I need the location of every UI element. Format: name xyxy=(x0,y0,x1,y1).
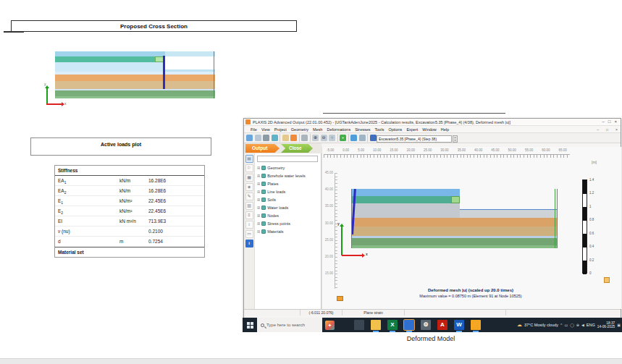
zoom-in-icon[interactable]: ⊕ xyxy=(312,135,319,141)
tray-app-icon[interactable]: ▭ xyxy=(564,323,568,327)
volume-icon[interactable]: ◀ xyxy=(581,323,584,327)
menu-item[interactable]: Stresses xyxy=(355,127,370,132)
menu-item[interactable]: Geometry xyxy=(291,127,308,132)
table-view-icon[interactable]: ▥ xyxy=(245,202,253,210)
expand-icon[interactable]: ⊞ xyxy=(257,221,260,226)
expand-icon[interactable]: ⊞ xyxy=(257,229,260,234)
select-tool-icon[interactable]: ▤ xyxy=(245,155,253,163)
report-icon[interactable] xyxy=(272,135,278,141)
node-view-icon[interactable]: ◈ xyxy=(245,183,253,191)
flag-tool-icon[interactable]: ⚐ xyxy=(245,164,253,172)
excel-icon[interactable]: X xyxy=(387,320,398,330)
maximize-button[interactable]: □ xyxy=(608,119,611,125)
explorer-filter-input[interactable] xyxy=(257,156,318,162)
visibility-icon[interactable] xyxy=(261,174,266,178)
weather-text[interactable]: 37°C Mostly cloudy xyxy=(524,323,558,327)
visibility-icon[interactable] xyxy=(261,206,266,210)
tray-expand-icon[interactable]: ^ xyxy=(560,323,562,327)
add-curve-icon[interactable]: + xyxy=(340,135,346,141)
visibility-icon[interactable] xyxy=(261,166,266,170)
output-canvas[interactable]: -5.000.005.0010.0015.0020.0025.0030.0035… xyxy=(321,147,621,309)
visibility-icon[interactable] xyxy=(261,221,266,226)
menu-item[interactable]: Expert xyxy=(406,127,418,132)
zoom-reset-icon[interactable]: ○ xyxy=(329,135,335,141)
tab-close[interactable]: Close xyxy=(281,144,313,153)
info-icon[interactable]: i xyxy=(245,240,253,247)
menu-item[interactable]: Project xyxy=(274,127,287,132)
menu-item[interactable]: View xyxy=(261,127,270,132)
tree-item[interactable]: ⊞ Plates xyxy=(255,179,321,187)
tree-item[interactable]: ⊞ Nodes xyxy=(255,211,321,219)
tree-item[interactable]: ⊞ Borehole water levels xyxy=(255,172,321,179)
plaxis-output-icon[interactable] xyxy=(471,320,481,330)
onedrive-icon[interactable]: ◯ xyxy=(570,323,574,327)
tree-item[interactable]: ⊞ Soils xyxy=(255,195,321,203)
copy-icon[interactable] xyxy=(255,135,261,141)
menu-item[interactable]: Mesh xyxy=(313,127,322,132)
expand-icon[interactable]: ⊞ xyxy=(257,213,260,218)
mesh-view-icon[interactable]: ▦ xyxy=(245,174,253,182)
clock[interactable]: 18:37 14-06-2025 xyxy=(597,321,615,329)
settings-gear-icon[interactable]: ⚙ xyxy=(421,320,431,330)
pan-icon[interactable] xyxy=(301,135,308,141)
menu-item[interactable]: Window xyxy=(422,127,437,132)
tab-output[interactable]: Output xyxy=(245,144,280,153)
print-icon[interactable] xyxy=(263,135,269,141)
phase-selector-dropdown[interactable]: Excavation5.35 [Phase_4] (Step 38) xyxy=(377,135,452,143)
close-button[interactable]: × xyxy=(614,119,617,125)
plaxis-input-icon[interactable] xyxy=(404,320,414,330)
child-minimize-button[interactable]: – xyxy=(597,127,599,132)
menu-item[interactable]: Help xyxy=(441,127,449,132)
start-button[interactable] xyxy=(243,318,257,332)
child-close-button[interactable]: × xyxy=(615,127,618,132)
menu-item[interactable]: File xyxy=(251,127,257,132)
draw-tool-icon[interactable]: ✎ xyxy=(245,192,253,200)
model-layer-tan xyxy=(351,227,558,236)
acrobat-icon[interactable]: A xyxy=(437,320,447,330)
page-indicator-icon[interactable] xyxy=(604,277,610,283)
word-icon[interactable]: W xyxy=(454,320,464,330)
visibility-icon[interactable] xyxy=(261,229,266,234)
list-view-icon[interactable]: ≡ xyxy=(245,211,253,219)
expand-icon[interactable]: ⊞ xyxy=(257,174,260,178)
search-placeholder: Type here to search xyxy=(266,323,305,327)
menu-item[interactable]: Options xyxy=(388,127,402,132)
minimize-button[interactable]: – xyxy=(602,119,605,125)
folder-icon[interactable] xyxy=(282,135,289,141)
expand-icon[interactable]: ⊞ xyxy=(257,206,260,210)
tree-item[interactable]: ⊞ Stress points xyxy=(255,219,321,227)
file-explorer-icon[interactable] xyxy=(371,320,381,330)
taskbar-search[interactable]: Type here to search xyxy=(257,318,322,332)
widgets-icon[interactable]: ✦ xyxy=(325,321,335,330)
language-indicator[interactable]: ENG xyxy=(587,323,595,327)
menu-item[interactable]: Tools xyxy=(375,127,384,132)
network-icon[interactable]: ⊕ xyxy=(576,323,579,327)
tree-item[interactable]: ⊞ Water loads xyxy=(255,203,321,211)
tree-item-label: Soils xyxy=(267,198,276,202)
menu-item[interactable]: Deformations xyxy=(327,127,350,132)
zoom-out-icon[interactable]: ⊖ xyxy=(321,135,327,141)
title-bar[interactable]: PLAXIS 2D Advanced Output (22.01.00.452)… xyxy=(244,119,621,126)
visibility-icon[interactable] xyxy=(261,213,266,218)
measure-tool-icon[interactable]: ↕ xyxy=(245,221,253,229)
tree-item[interactable]: ⊞ Line loads xyxy=(255,187,321,195)
tree-item[interactable]: ⊞ Materials xyxy=(255,227,321,235)
cross-section-icon[interactable] xyxy=(370,135,377,141)
child-restore-button[interactable]: □ xyxy=(606,127,608,132)
open-project-icon[interactable] xyxy=(246,135,253,141)
chart-icon[interactable] xyxy=(350,135,357,141)
expand-icon[interactable]: ⊞ xyxy=(257,182,260,186)
visibility-icon[interactable] xyxy=(261,182,266,186)
reset-view-icon[interactable] xyxy=(290,135,297,141)
expand-icon[interactable]: ⊞ xyxy=(257,166,260,170)
phase-spinner[interactable]: ▲▼ xyxy=(453,135,458,143)
expand-icon[interactable]: ⊞ xyxy=(257,190,260,194)
action-center-icon[interactable]: ▣ xyxy=(617,323,621,327)
visibility-icon[interactable] xyxy=(261,190,266,194)
legend-tool-icon[interactable]: ▭ xyxy=(245,230,253,238)
table-icon[interactable] xyxy=(359,135,366,141)
remote-desktop-icon[interactable] xyxy=(354,320,364,330)
expand-icon[interactable]: ⊞ xyxy=(257,198,260,202)
tree-item[interactable]: ⊞ Geometry xyxy=(255,164,321,172)
visibility-icon[interactable] xyxy=(261,198,266,202)
